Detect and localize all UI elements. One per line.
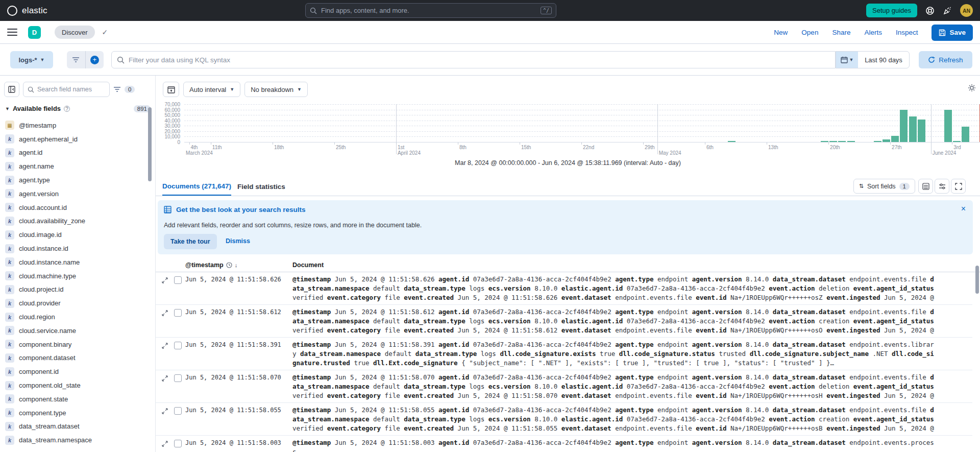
tab-documents[interactable]: Documents (271,647): [162, 178, 231, 196]
add-filter-button[interactable]: +: [85, 51, 104, 68]
expand-row-icon[interactable]: [162, 309, 168, 318]
field-item[interactable]: kagent.name: [5, 159, 148, 173]
field-item[interactable]: kagent.id: [5, 146, 148, 160]
share-link[interactable]: Share: [832, 29, 850, 36]
alerts-link[interactable]: Alerts: [864, 29, 882, 36]
sort-desc-icon[interactable]: ↓: [235, 262, 238, 268]
collapse-sidebar-button[interactable]: [4, 82, 19, 97]
field-item[interactable]: kcloud.region: [5, 310, 148, 324]
date-quick-select-button[interactable]: ▼: [836, 52, 858, 68]
setup-guides-button[interactable]: Setup guides: [866, 4, 917, 17]
menu-icon[interactable]: [7, 29, 17, 36]
sort-fields-button[interactable]: ⇅ Sort fields 1: [853, 179, 915, 194]
histogram-bar[interactable]: [874, 141, 881, 142]
field-item[interactable]: kcloud.account.id: [5, 201, 148, 215]
histogram-bar[interactable]: [944, 110, 952, 142]
histogram-bar[interactable]: [728, 141, 736, 142]
search-shortcut-badge: ^/: [541, 7, 552, 14]
info-icon[interactable]: ?: [64, 106, 70, 112]
histogram-bar[interactable]: [953, 141, 961, 142]
row-checkbox[interactable]: [174, 309, 182, 317]
field-item[interactable]: ▦@timestamp: [5, 118, 148, 132]
field-item[interactable]: kcloud.project.id: [5, 283, 148, 297]
interval-select[interactable]: Auto interval▼: [183, 82, 240, 97]
expand-row-icon[interactable]: [162, 276, 168, 286]
refresh-button[interactable]: Refresh: [919, 51, 972, 68]
field-item[interactable]: kcloud.service.name: [5, 324, 148, 338]
open-link[interactable]: Open: [801, 29, 818, 36]
global-search-input[interactable]: Find apps, content, and more. ^/: [305, 3, 556, 18]
histogram-bar[interactable]: [900, 110, 908, 142]
data-view-picker[interactable]: logs-*▼: [10, 51, 53, 68]
x-tick-mark: [458, 142, 458, 145]
histogram-bar[interactable]: [909, 116, 917, 142]
discover-app-badge[interactable]: D: [28, 26, 41, 39]
row-checkbox[interactable]: [174, 374, 182, 382]
expand-row-icon[interactable]: [162, 440, 168, 449]
field-item[interactable]: kcomponent.id: [5, 365, 148, 378]
inspect-link[interactable]: Inspect: [896, 29, 918, 36]
breakdown-select[interactable]: No breakdown▼: [244, 82, 308, 97]
field-item[interactable]: kcloud.image.id: [5, 228, 148, 242]
chevron-down-icon[interactable]: ▼: [5, 106, 10, 111]
field-item[interactable]: kcloud.machine.type: [5, 269, 148, 283]
field-item[interactable]: kcomponent.type: [5, 406, 148, 420]
field-item[interactable]: kdata_stream.dataset: [5, 420, 148, 434]
field-item[interactable]: kagent.ephemeral_id: [5, 132, 148, 146]
new-link[interactable]: New: [774, 29, 788, 36]
take-tour-button[interactable]: Take the tour: [164, 234, 217, 249]
field-search-input[interactable]: Search field names: [23, 82, 110, 97]
chart-options-icon[interactable]: [968, 84, 976, 92]
histogram-bar[interactable]: [962, 127, 969, 142]
field-item[interactable]: kcomponent.state: [5, 392, 148, 406]
sidebar-scrollbar[interactable]: [148, 106, 152, 259]
row-checkbox[interactable]: [174, 342, 182, 349]
avatar[interactable]: AN: [960, 4, 973, 17]
field-item[interactable]: kagent.version: [5, 187, 148, 201]
expand-row-icon[interactable]: [162, 342, 168, 351]
display-density-button[interactable]: [918, 179, 933, 194]
y-axis-label: 60,000: [157, 107, 180, 113]
tab-field-statistics[interactable]: Field statistics: [237, 178, 285, 196]
field-item[interactable]: kcloud.instance.id: [5, 242, 148, 255]
row-checkbox[interactable]: [174, 440, 182, 447]
dismiss-link[interactable]: Dismiss: [226, 237, 250, 245]
histogram-bar[interactable]: [883, 139, 890, 142]
field-item[interactable]: kdata_stream.namespace: [5, 433, 148, 447]
table-scrollbar[interactable]: [975, 259, 979, 451]
row-height-button[interactable]: [935, 179, 949, 194]
field-item[interactable]: kcomponent.binary: [5, 338, 148, 351]
elastic-logo[interactable]: elastic: [0, 6, 47, 16]
help-icon[interactable]: [925, 6, 935, 15]
field-item[interactable]: kcloud.instance.name: [5, 255, 148, 269]
field-item[interactable]: kcloud.availability_zone: [5, 215, 148, 228]
checkmark-icon[interactable]: ✓: [102, 28, 108, 36]
row-checkbox[interactable]: [174, 276, 182, 284]
histogram-bar[interactable]: [847, 141, 855, 142]
histogram-bar[interactable]: [918, 120, 925, 142]
field-item[interactable]: kcomponent.dataset: [5, 351, 148, 365]
timestamp-column-header[interactable]: @timestamp ↓: [185, 258, 237, 272]
histogram-bar[interactable]: [891, 136, 899, 142]
newsfeed-icon[interactable]: [943, 6, 952, 15]
document-column-header[interactable]: Document: [292, 258, 324, 272]
saved-query-menu-button[interactable]: [67, 51, 85, 68]
expand-row-icon[interactable]: [162, 407, 168, 416]
breadcrumb[interactable]: Discover: [55, 26, 95, 39]
field-item[interactable]: kagent.type: [5, 173, 148, 187]
time-range-button[interactable]: Last 90 days: [858, 52, 909, 68]
field-item[interactable]: kcomponent.old_state: [5, 378, 148, 392]
kql-query-input[interactable]: Filter your data using KQL syntax: [111, 51, 836, 68]
close-icon[interactable]: ×: [961, 204, 966, 213]
expand-row-icon[interactable]: [162, 374, 168, 384]
row-checkbox[interactable]: [174, 407, 182, 415]
histogram-bar[interactable]: [838, 141, 846, 142]
field-filter-icon[interactable]: [113, 86, 121, 92]
fullscreen-button[interactable]: [951, 179, 966, 194]
available-fields-title: Available fields: [13, 105, 61, 112]
field-item[interactable]: kcloud.provider: [5, 296, 148, 310]
histogram-bar[interactable]: [821, 141, 828, 142]
histogram-bar[interactable]: [829, 141, 837, 142]
save-button[interactable]: Save: [932, 25, 973, 41]
edit-visualization-button[interactable]: [163, 82, 179, 97]
